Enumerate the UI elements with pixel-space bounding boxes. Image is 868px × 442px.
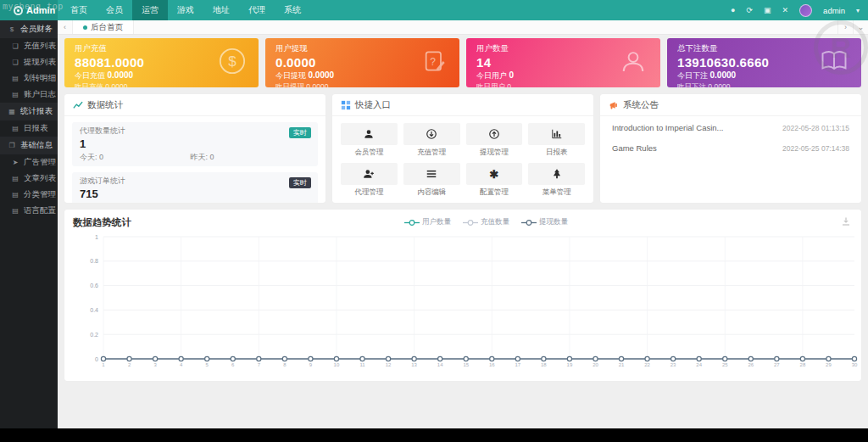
brand-logo-icon bbox=[14, 6, 23, 15]
announcement-item[interactable]: Game Rules 2022-05-25 07:14:38 bbox=[612, 143, 849, 153]
nav-item-home[interactable]: 首页 bbox=[61, 0, 97, 20]
daily-report-icon: ▤ bbox=[11, 125, 19, 132]
asterisk-icon: ✱ bbox=[489, 168, 498, 181]
tab-scroll-right-icon[interactable]: › bbox=[837, 20, 853, 34]
svg-text:5: 5 bbox=[206, 362, 209, 367]
bar-chart-icon bbox=[551, 128, 563, 140]
legend-item-recharge[interactable]: 充值数量 bbox=[463, 217, 509, 227]
tree-icon bbox=[551, 168, 563, 180]
chart-canvas[interactable]: 00.20.40.60.8112345678910111213141516171… bbox=[73, 230, 863, 374]
sidebar-item-withdraw-list[interactable]: ❏提现列表 bbox=[0, 54, 58, 70]
sidebar-item-article-list[interactable]: ▤文章列表 bbox=[0, 171, 58, 187]
open-book-icon bbox=[819, 46, 849, 80]
svg-text:16: 16 bbox=[489, 362, 495, 367]
nav-item-agents[interactable]: 代理 bbox=[239, 0, 275, 20]
sidebar-item-transfer-detail[interactable]: ▤划转明细 bbox=[0, 70, 58, 87]
svg-text:$: $ bbox=[228, 53, 236, 70]
article-icon: ▤ bbox=[11, 175, 19, 182]
sidebar-item-account-log[interactable]: ▤账户日志 bbox=[0, 87, 58, 103]
top-nav: 首页 会员 运营 游戏 地址 代理 系统 bbox=[61, 0, 310, 20]
sidebar: $会员财务 ❏充值列表 ❏提现列表 ▤划转明细 ▤账户日志 ▦统计报表 ▤日报表… bbox=[0, 20, 58, 428]
sidebar-item-category-manage[interactable]: ▤分类管理 bbox=[0, 187, 58, 203]
topbar: Admin 首页 会员 运营 游戏 地址 代理 系统 ● ⟳ ▣ ✕ admin… bbox=[0, 0, 868, 20]
panel-header: 系统公告 bbox=[600, 94, 861, 116]
lines-icon bbox=[426, 168, 437, 180]
svg-text:6: 6 bbox=[231, 362, 235, 367]
nav-item-games[interactable]: 游戏 bbox=[168, 0, 203, 20]
quick-entry-config[interactable]: ✱ 配置管理 bbox=[466, 163, 523, 198]
legend-item-users[interactable]: 用户数量 bbox=[404, 217, 451, 227]
svg-text:2: 2 bbox=[128, 362, 131, 367]
username[interactable]: admin bbox=[823, 6, 845, 15]
circle-down-arrow-icon bbox=[426, 128, 437, 140]
stat-card-recharge[interactable]: 用户充值 88081.0000 今日充值 0.0000 昨日充值 0.0000 … bbox=[64, 38, 259, 87]
tab-scroll-left-icon[interactable]: ‹ bbox=[58, 20, 73, 34]
stat-row-agents[interactable]: 代理数量统计 实时 1 今天: 0 昨天: 0 bbox=[72, 122, 318, 166]
stat-card-withdraw[interactable]: 用户提现 0.0000 今日提现 0.0000 昨日提现 0.0000 ? bbox=[265, 38, 459, 87]
quick-entry-content[interactable]: 内容编辑 bbox=[403, 163, 460, 198]
panel-data-stats: 数据统计 代理数量统计 实时 1 今天: 0 昨天: 0 游戏订单统计 bbox=[64, 94, 326, 203]
chart-title: 数据趋势统计 bbox=[73, 216, 131, 229]
topbar-actions: ● ⟳ ▣ ✕ admin ▾ bbox=[731, 0, 868, 20]
user-icon bbox=[363, 128, 375, 140]
quick-entry-members[interactable]: 会员管理 bbox=[341, 123, 398, 158]
withdraw-icon: ❏ bbox=[11, 59, 19, 66]
tabbar-spacer bbox=[134, 20, 837, 34]
svg-text:28: 28 bbox=[800, 362, 806, 367]
clear-cache-icon[interactable]: ▣ bbox=[764, 7, 771, 14]
theme-icon[interactable]: ● bbox=[731, 7, 735, 14]
svg-text:1: 1 bbox=[95, 234, 98, 240]
report-icon: ▦ bbox=[8, 108, 16, 115]
svg-text:20: 20 bbox=[593, 362, 598, 367]
svg-text:26: 26 bbox=[748, 362, 754, 367]
stat-card-users[interactable]: 用户数量 14 今日用户 0 昨日用户 0 bbox=[466, 38, 660, 87]
quick-entry-daily-report[interactable]: 日报表 bbox=[528, 123, 585, 158]
status-badge: 实时 bbox=[289, 127, 311, 138]
svg-text:23: 23 bbox=[670, 362, 676, 367]
announcement-item[interactable]: Introduction to Imperial Casin... 2022-0… bbox=[612, 123, 849, 132]
user-outline-icon bbox=[618, 46, 648, 80]
svg-text:10: 10 bbox=[334, 362, 340, 367]
copy-icon: ❐ bbox=[8, 142, 16, 149]
nav-item-system[interactable]: 系统 bbox=[275, 0, 310, 20]
refresh-icon[interactable]: ⟳ bbox=[747, 7, 754, 14]
sidebar-section-member-finance[interactable]: $会员财务 bbox=[0, 20, 58, 38]
panel-header: 快捷入口 bbox=[332, 94, 593, 116]
main-content: 用户充值 88081.0000 今日充值 0.0000 昨日充值 0.0000 … bbox=[58, 35, 868, 415]
nav-item-operations[interactable]: 运营 bbox=[132, 0, 168, 20]
sidebar-item-daily-report[interactable]: ▤日报表 bbox=[0, 120, 58, 137]
user-plus-icon bbox=[363, 168, 375, 180]
quick-entry-menu[interactable]: 菜单管理 bbox=[528, 163, 585, 198]
stat-card-bets[interactable]: 总下注数量 13910630.6660 今日下注 0.0000 昨日下注 0.0… bbox=[667, 38, 861, 87]
brand[interactable]: Admin bbox=[0, 0, 58, 20]
svg-text:21: 21 bbox=[619, 362, 625, 367]
svg-text:?: ? bbox=[430, 56, 436, 68]
chevron-down-icon[interactable]: ▾ bbox=[856, 7, 860, 14]
tab-collapse-icon[interactable]: ⌄ bbox=[853, 20, 868, 34]
legend-item-withdraw[interactable]: 提现数量 bbox=[521, 217, 568, 227]
panel-trend-chart: 数据趋势统计 用户数量 充值数量 提现数量 bbox=[64, 210, 861, 381]
svg-text:15: 15 bbox=[463, 362, 469, 367]
sidebar-item-recharge-list[interactable]: ❏充值列表 bbox=[0, 38, 58, 54]
tabbar: ‹ 后台首页 › ⌄ bbox=[58, 20, 868, 35]
quick-entry-recharge[interactable]: 充值管理 bbox=[403, 123, 460, 158]
nav-item-members[interactable]: 会员 bbox=[97, 0, 132, 20]
nav-item-address[interactable]: 地址 bbox=[203, 0, 239, 20]
svg-text:14: 14 bbox=[437, 362, 443, 367]
sidebar-item-language-config[interactable]: ▤语言配置 bbox=[0, 203, 58, 219]
download-icon[interactable] bbox=[841, 215, 851, 230]
sidebar-item-ad-manage[interactable]: ➤广告管理 bbox=[0, 154, 58, 171]
sidebar-section-basic-info[interactable]: ❐基础信息 bbox=[0, 137, 58, 154]
svg-text:0: 0 bbox=[95, 356, 98, 362]
fullscreen-close-icon[interactable]: ✕ bbox=[782, 7, 789, 14]
svg-text:8: 8 bbox=[283, 362, 287, 367]
svg-text:27: 27 bbox=[774, 362, 780, 367]
avatar[interactable] bbox=[799, 4, 812, 17]
quick-entry-agents[interactable]: 代理管理 bbox=[341, 163, 398, 198]
tab-dashboard[interactable]: 后台首页 bbox=[73, 20, 134, 34]
quick-entry-withdraw[interactable]: 提现管理 bbox=[466, 123, 523, 158]
svg-text:9: 9 bbox=[309, 362, 313, 367]
stat-row-game-orders[interactable]: 游戏订单统计 实时 715 今天: 0 昨天: 0 bbox=[72, 172, 318, 203]
sidebar-section-statistics[interactable]: ▦统计报表 bbox=[0, 103, 58, 120]
svg-text:17: 17 bbox=[515, 362, 520, 367]
